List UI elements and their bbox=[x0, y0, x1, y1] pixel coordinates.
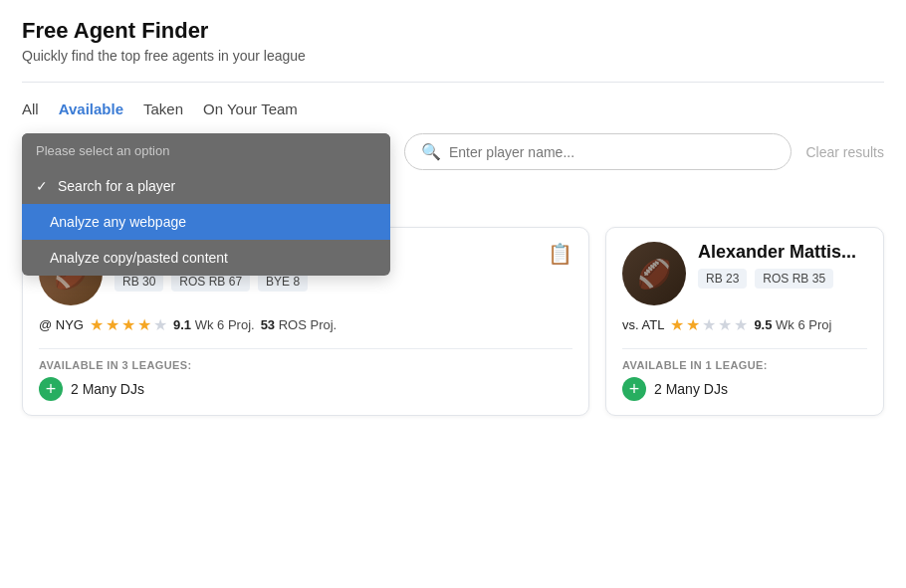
league-row-jd: + 2 Many DJs bbox=[39, 377, 572, 401]
wk-proj-jd: 9.1 Wk 6 Proj. bbox=[173, 317, 255, 332]
card-divider-am bbox=[622, 348, 867, 349]
search-box: 🔍 bbox=[404, 133, 792, 170]
matchup-jd: @ NYG bbox=[39, 317, 84, 332]
search-input[interactable] bbox=[449, 144, 775, 160]
tab-taken[interactable]: Taken bbox=[143, 98, 183, 119]
available-leagues-am: AVAILABLE IN 1 LEAGUE: bbox=[622, 359, 867, 371]
player-name-am: Alexander Mattis... bbox=[698, 242, 856, 263]
stars-jd: ★ ★ ★ ★ ★ bbox=[90, 315, 167, 334]
player-card-alexander-mattis: 🏈 Alexander Mattis... RB 23 ROS RB 35 vs… bbox=[605, 227, 884, 416]
add-button-am[interactable]: + bbox=[622, 377, 646, 401]
tab-available[interactable]: Available bbox=[59, 98, 123, 119]
dropdown-item-analyze-pasted[interactable]: Analyze copy/pasted content bbox=[22, 240, 390, 276]
dropdown-item-analyze-webpage[interactable]: Analyze any webpage bbox=[22, 204, 390, 240]
player-badges-am: RB 23 ROS RB 35 bbox=[698, 269, 867, 289]
wk-proj-am: 9.5 Wk 6 Proj bbox=[754, 317, 831, 332]
available-leagues-jd: AVAILABLE IN 3 LEAGUES: bbox=[39, 359, 572, 371]
league-name-jd: 2 Many DJs bbox=[71, 381, 144, 397]
card-divider-jd bbox=[39, 348, 572, 349]
tab-all[interactable]: All bbox=[22, 98, 39, 119]
player-stats-jd: @ NYG ★ ★ ★ ★ ★ 9.1 Wk 6 Proj. 53 ROS Pr… bbox=[39, 315, 572, 334]
tab-on-your-team[interactable]: On Your Team bbox=[203, 98, 298, 119]
league-name-am: 2 Many DJs bbox=[654, 381, 728, 397]
search-icon: 🔍 bbox=[421, 142, 441, 161]
dropdown-menu[interactable]: Please select an option Search for a pla… bbox=[22, 133, 390, 276]
matchup-am: vs. ATL bbox=[622, 317, 664, 332]
add-button-jd[interactable]: + bbox=[39, 377, 63, 401]
badge-ros-rb35: ROS RB 35 bbox=[755, 269, 833, 289]
dropdown-item-search-player[interactable]: Search for a player bbox=[22, 168, 390, 204]
stars-am: ★ ★ ★ ★ ★ bbox=[670, 315, 748, 334]
header-divider bbox=[22, 82, 884, 83]
dropdown-placeholder: Please select an option bbox=[22, 133, 390, 168]
note-icon-jd[interactable]: 📋 bbox=[548, 242, 572, 266]
player-avatar-am: 🏈 bbox=[622, 242, 686, 305]
controls-row: Please select an option Search for a pla… bbox=[22, 133, 884, 170]
player-stats-am: vs. ATL ★ ★ ★ ★ ★ 9.5 Wk 6 Proj bbox=[622, 315, 867, 334]
clear-results-button[interactable]: Clear results bbox=[805, 144, 884, 160]
badge-rb23: RB 23 bbox=[698, 269, 747, 289]
page-title: Free Agent Finder bbox=[22, 18, 884, 44]
page-subtitle: Quickly find the top free agents in your… bbox=[22, 48, 884, 64]
ros-proj-jd: 53 ROS Proj. bbox=[261, 317, 338, 332]
league-row-am: + 2 Many DJs bbox=[622, 377, 867, 401]
page-header: Free Agent Finder Quickly find the top f… bbox=[22, 18, 884, 64]
filter-tabs: All Available Taken On Your Team bbox=[22, 98, 884, 119]
